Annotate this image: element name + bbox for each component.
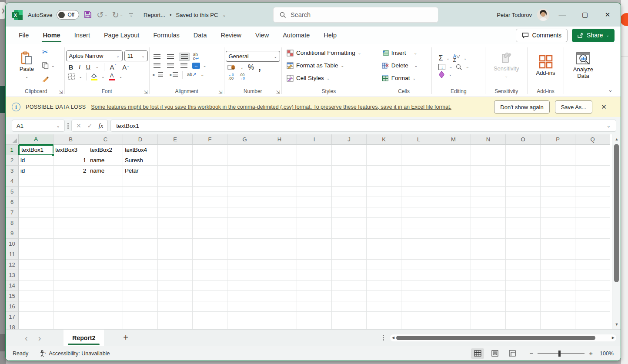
cell-B14[interactable] <box>53 281 88 291</box>
cell-G3[interactable] <box>227 166 262 176</box>
normal-view-button[interactable] <box>471 348 484 359</box>
cell-G1[interactable] <box>227 145 262 155</box>
row-header-9[interactable]: 9 <box>6 228 19 239</box>
fill-button[interactable]: ↓ <box>438 64 445 70</box>
cell-P18[interactable] <box>541 322 575 329</box>
enter-entry-button[interactable]: ✓ <box>87 122 93 129</box>
scroll-left-icon[interactable]: ◀ <box>392 336 394 340</box>
cell-N2[interactable] <box>471 155 506 166</box>
cell-Q3[interactable] <box>575 166 610 176</box>
cell-N16[interactable] <box>471 301 506 312</box>
font-color-chevron-icon[interactable]: ⌄ <box>119 74 123 79</box>
cell-Q18[interactable] <box>575 322 610 329</box>
align-center-button[interactable] <box>165 62 176 70</box>
cell-A6[interactable] <box>19 197 53 207</box>
column-header-D[interactable]: D <box>123 134 158 145</box>
cell-H1[interactable] <box>262 145 297 155</box>
select-all-corner[interactable] <box>6 134 19 145</box>
cell-D4[interactable] <box>123 176 158 187</box>
cell-G8[interactable] <box>227 218 262 228</box>
cell-B10[interactable] <box>53 239 88 249</box>
cell-P15[interactable] <box>541 291 575 301</box>
cell-N9[interactable] <box>471 228 506 239</box>
cell-I17[interactable] <box>297 312 332 322</box>
row-header-8[interactable]: 8 <box>6 218 19 228</box>
cell-I12[interactable] <box>297 260 332 270</box>
cell-O17[interactable] <box>506 312 541 322</box>
formula-bar-drag-handle[interactable] <box>67 123 69 129</box>
cell-G15[interactable] <box>227 291 262 301</box>
sheet-tab-report2[interactable]: Report2 <box>63 330 104 346</box>
insert-function-button[interactable]: fx <box>98 122 103 130</box>
user-name[interactable]: Petar Todorov <box>497 12 532 18</box>
cell-D15[interactable] <box>123 291 158 301</box>
cell-M9[interactable] <box>436 228 471 239</box>
cell-N7[interactable] <box>471 207 506 218</box>
autosave-toggle[interactable]: Off <box>57 10 79 20</box>
dont-show-again-button[interactable]: Don't show again <box>494 100 549 114</box>
close-button[interactable]: ✕ <box>598 7 617 23</box>
cell-P8[interactable] <box>541 218 575 228</box>
cell-N15[interactable] <box>471 291 506 301</box>
cell-H14[interactable] <box>262 281 297 291</box>
search-input[interactable]: Search <box>273 7 438 23</box>
cell-F3[interactable] <box>193 166 227 176</box>
cell-D17[interactable] <box>123 312 158 322</box>
cell-E7[interactable] <box>158 207 193 218</box>
collapse-ribbon-button[interactable]: ⌄ <box>602 87 619 93</box>
delete-cells-button[interactable]: Delete ⌄ <box>381 60 419 71</box>
cell-H4[interactable] <box>262 176 297 187</box>
column-header-N[interactable]: N <box>471 134 506 145</box>
cell-K13[interactable] <box>367 270 401 281</box>
scroll-up-icon[interactable]: ▲ <box>612 137 621 141</box>
paste-button[interactable]: Paste ⌄ <box>17 50 37 81</box>
user-avatar[interactable] <box>537 9 549 21</box>
cell-I11[interactable] <box>297 249 332 260</box>
cell-E15[interactable] <box>158 291 193 301</box>
cell-M13[interactable] <box>436 270 471 281</box>
cell-H10[interactable] <box>262 239 297 249</box>
cell-D16[interactable] <box>123 301 158 312</box>
cell-M11[interactable] <box>436 249 471 260</box>
tab-review[interactable]: Review <box>220 27 241 44</box>
cell-N13[interactable] <box>471 270 506 281</box>
cell-C6[interactable] <box>88 197 123 207</box>
saved-status-chevron-icon[interactable]: ⌄ <box>222 13 226 17</box>
cell-L11[interactable] <box>401 249 436 260</box>
cell-E10[interactable] <box>158 239 193 249</box>
row-header-15[interactable]: 15 <box>6 291 19 301</box>
cell-K10[interactable] <box>367 239 401 249</box>
tab-page-layout[interactable]: Page Layout <box>104 27 139 44</box>
cell-P7[interactable] <box>541 207 575 218</box>
borders-chevron-icon[interactable]: ⌄ <box>79 74 83 79</box>
cell-D3[interactable]: Petar <box>123 166 158 176</box>
save-icon[interactable] <box>84 10 92 19</box>
row-header-7[interactable]: 7 <box>6 207 19 218</box>
number-format-combo[interactable]: General ⌄ <box>226 51 281 62</box>
cell-K2[interactable] <box>367 155 401 166</box>
cell-L17[interactable] <box>401 312 436 322</box>
cell-A7[interactable] <box>19 207 53 218</box>
cell-D6[interactable] <box>123 197 158 207</box>
comma-style-button[interactable]: , <box>258 65 261 70</box>
cell-E2[interactable] <box>158 155 193 166</box>
cell-H12[interactable] <box>262 260 297 270</box>
cell-L12[interactable] <box>401 260 436 270</box>
autosum-button[interactable]: Σ <box>438 54 443 62</box>
cell-P3[interactable] <box>541 166 575 176</box>
cell-N4[interactable] <box>471 176 506 187</box>
row-header-4[interactable]: 4 <box>6 176 19 187</box>
cell-A9[interactable] <box>19 228 53 239</box>
addins-button[interactable]: Add-ins <box>533 53 558 77</box>
cell-C18[interactable] <box>88 322 123 329</box>
cell-O2[interactable] <box>506 155 541 166</box>
cell-L2[interactable] <box>401 155 436 166</box>
cell-A15[interactable] <box>19 291 53 301</box>
page-layout-view-button[interactable] <box>488 348 501 359</box>
cell-A11[interactable] <box>19 249 53 260</box>
cell-Q17[interactable] <box>575 312 610 322</box>
cell-C11[interactable] <box>88 249 123 260</box>
cell-N6[interactable] <box>471 197 506 207</box>
cell-N3[interactable] <box>471 166 506 176</box>
row-header-1[interactable]: 1 <box>6 145 19 155</box>
